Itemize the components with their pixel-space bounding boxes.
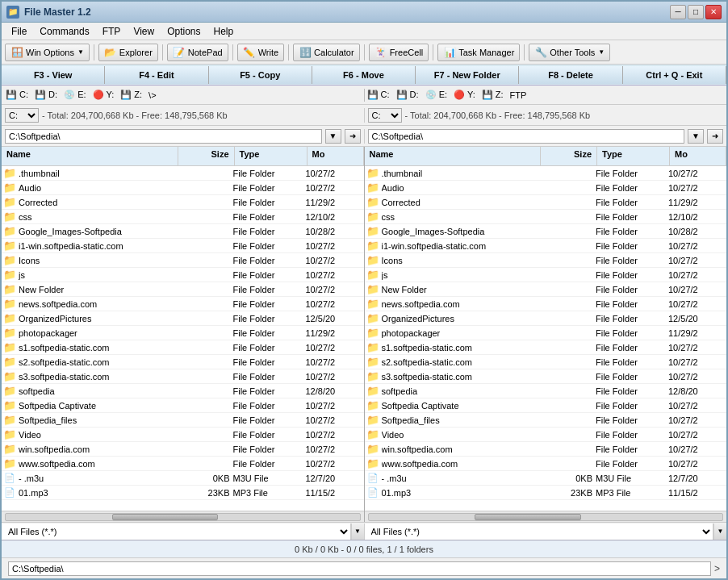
list-item[interactable]: 📁news.softpedia.comFile Folder10/27/2 xyxy=(2,297,364,311)
list-item[interactable]: 📁s1.softpedia-static.comFile Folder10/27… xyxy=(2,340,364,355)
list-item[interactable]: 📁Softpedia_filesFile Folder10/27/2 xyxy=(2,413,364,428)
left-drive-y[interactable]: 🔴 Y: xyxy=(90,89,117,101)
menu-commands[interactable]: Commands xyxy=(33,24,95,39)
left-drive-z[interactable]: 💾 Z: xyxy=(118,89,144,101)
list-item[interactable]: 📁OrganizedPicturesFile Folder12/5/20 xyxy=(365,311,727,326)
list-item[interactable]: 📁www.softpedia.comFile Folder10/27/2 xyxy=(365,457,727,471)
ctrl-q-button[interactable]: Ctrl + Q - Exit xyxy=(623,66,726,84)
list-item[interactable]: 📁Softpedia CaptivateFile Folder10/27/2 xyxy=(2,398,364,413)
close-button[interactable]: ✕ xyxy=(705,5,722,19)
f3-button[interactable]: F3 - View xyxy=(2,66,105,84)
left-col-mod-header[interactable]: Mo xyxy=(308,147,364,165)
menu-file[interactable]: File xyxy=(5,24,33,39)
left-scroll-track[interactable] xyxy=(5,513,361,521)
list-item[interactable]: 📁i1-win.softpedia-static.comFile Folder1… xyxy=(365,239,727,253)
f4-button[interactable]: F4 - Edit xyxy=(105,66,208,84)
left-file-list[interactable]: 📁.thumbnailFile Folder10/27/2📁AudioFile … xyxy=(2,166,364,511)
maximize-button[interactable]: □ xyxy=(688,5,704,19)
right-drive-ftp[interactable]: FTP xyxy=(508,90,529,101)
left-path-input[interactable] xyxy=(5,129,322,144)
right-file-list[interactable]: 📁.thumbnailFile Folder10/27/2📁AudioFile … xyxy=(365,166,727,511)
f7-button[interactable]: F7 - New Folder xyxy=(416,66,519,84)
right-path-browse-button[interactable]: ▼ xyxy=(688,129,704,144)
list-item[interactable]: 📁jsFile Folder10/27/2 xyxy=(365,268,727,282)
list-item[interactable]: 📁softpediaFile Folder12/8/20 xyxy=(2,384,364,398)
right-scrollbar[interactable] xyxy=(365,511,727,522)
list-item[interactable]: 📁win.softpedia.comFile Folder10/27/2 xyxy=(365,442,727,457)
list-item[interactable]: 📁cssFile Folder12/10/2 xyxy=(2,210,364,224)
f8-button[interactable]: F8 - Delete xyxy=(519,66,622,84)
list-item[interactable]: 📁Google_Images-SoftpediaFile Folder10/28… xyxy=(365,224,727,239)
left-drive-c[interactable]: 💾 C: xyxy=(3,89,31,101)
right-scroll-thumb[interactable] xyxy=(475,514,581,520)
right-drive-d[interactable]: 💾 D: xyxy=(394,89,421,101)
list-item[interactable]: 📁softpediaFile Folder12/8/20 xyxy=(365,384,727,398)
right-scroll-track[interactable] xyxy=(368,513,724,521)
list-item[interactable]: 📁IconsFile Folder10/27/2 xyxy=(2,253,364,268)
left-filter-select[interactable]: All Files (*.*) xyxy=(2,524,351,540)
list-item[interactable]: 📁news.softpedia.comFile Folder10/27/2 xyxy=(365,297,727,311)
right-drive-z[interactable]: 💾 Z: xyxy=(479,89,506,101)
right-col-mod-header[interactable]: Mo xyxy=(670,147,726,165)
right-filter-select[interactable]: All Files (*.*) xyxy=(365,524,714,540)
write-button[interactable]: ✏️ Write xyxy=(237,44,284,61)
list-item[interactable]: 📁i1-win.softpedia-static.comFile Folder1… xyxy=(2,239,364,253)
f5-button[interactable]: F5 - Copy xyxy=(209,66,312,84)
left-drive-d[interactable]: 💾 D: xyxy=(32,89,60,101)
menu-ftp[interactable]: FTP xyxy=(96,24,128,39)
win-options-button[interactable]: 🪟 Win Options ▼ xyxy=(5,44,90,61)
left-filter-arrow[interactable]: ▼ xyxy=(351,524,364,540)
right-drive-c[interactable]: 💾 C: xyxy=(365,89,392,101)
calculator-button[interactable]: 🔢 Calculator xyxy=(293,44,360,61)
left-col-name-header[interactable]: Name xyxy=(2,147,178,165)
list-item[interactable]: 📁photopackagerFile Folder11/29/2 xyxy=(365,326,727,340)
command-input[interactable] xyxy=(8,561,711,576)
right-path-go-button[interactable]: ➜ xyxy=(707,129,723,144)
list-item[interactable]: 📁New FolderFile Folder10/27/2 xyxy=(365,282,727,297)
list-item[interactable]: 📄- .m3u0KBM3U File12/7/20 xyxy=(365,471,727,486)
right-filter-arrow[interactable]: ▼ xyxy=(713,524,726,540)
list-item[interactable]: 📁OrganizedPicturesFile Folder12/5/20 xyxy=(2,311,364,326)
menu-help[interactable]: Help xyxy=(207,24,241,39)
f6-button[interactable]: F6 - Move xyxy=(312,66,416,84)
left-scrollbar[interactable] xyxy=(2,511,364,522)
list-item[interactable]: 📁.thumbnailFile Folder10/27/2 xyxy=(2,166,364,181)
freecell-button[interactable]: 🃏 FreeCell xyxy=(369,44,429,61)
list-item[interactable]: 📁AudioFile Folder10/27/2 xyxy=(365,181,727,195)
list-item[interactable]: 📁s1.softpedia-static.comFile Folder10/27… xyxy=(365,340,727,355)
list-item[interactable]: 📁www.softpedia.comFile Folder10/27/2 xyxy=(2,457,364,471)
right-col-type-header[interactable]: Type xyxy=(597,147,670,165)
list-item[interactable]: 📁win.softpedia.comFile Folder10/27/2 xyxy=(2,442,364,457)
list-item[interactable]: 📁s2.softpedia-static.comFile Folder10/27… xyxy=(2,355,364,369)
list-item[interactable]: 📁s2.softpedia-static.comFile Folder10/27… xyxy=(365,355,727,369)
right-path-input[interactable] xyxy=(368,129,685,144)
left-path-go-button[interactable]: ➜ xyxy=(345,129,361,144)
list-item[interactable]: 📄01.mp323KBMP3 File11/15/2 xyxy=(2,486,364,500)
list-item[interactable]: 📁cssFile Folder12/10/2 xyxy=(365,210,727,224)
left-scroll-thumb[interactable] xyxy=(112,514,219,520)
menu-options[interactable]: Options xyxy=(161,24,207,39)
left-col-type-header[interactable]: Type xyxy=(235,147,308,165)
left-drive-path[interactable]: \> xyxy=(146,90,158,101)
list-item[interactable]: 📁Softpedia_filesFile Folder10/27/2 xyxy=(365,413,727,428)
minimize-button[interactable]: ─ xyxy=(670,5,686,19)
list-item[interactable]: 📁photopackagerFile Folder11/29/2 xyxy=(2,326,364,340)
menu-view[interactable]: View xyxy=(127,24,161,39)
explorer-button[interactable]: 📂 Explorer xyxy=(98,44,158,61)
right-drive-e[interactable]: 💿 E: xyxy=(423,89,450,101)
list-item[interactable]: 📁CorrectedFile Folder11/29/2 xyxy=(2,195,364,210)
list-item[interactable]: 📁VideoFile Folder10/27/2 xyxy=(365,428,727,442)
list-item[interactable]: 📁New FolderFile Folder10/27/2 xyxy=(2,282,364,297)
list-item[interactable]: 📁AudioFile Folder10/27/2 xyxy=(2,181,364,195)
list-item[interactable]: 📁Softpedia CaptivateFile Folder10/27/2 xyxy=(365,398,727,413)
left-drive-select[interactable]: C: xyxy=(5,108,39,123)
list-item[interactable]: 📁jsFile Folder10/27/2 xyxy=(2,268,364,282)
list-item[interactable]: 📁VideoFile Folder10/27/2 xyxy=(2,428,364,442)
list-item[interactable]: 📁CorrectedFile Folder11/29/2 xyxy=(365,195,727,210)
left-col-size-header[interactable]: Size xyxy=(178,147,235,165)
list-item[interactable]: 📁s3.softpedia-static.comFile Folder10/27… xyxy=(365,369,727,384)
right-drive-y[interactable]: 🔴 Y: xyxy=(451,89,478,101)
right-col-size-header[interactable]: Size xyxy=(541,147,597,165)
list-item[interactable]: 📁Google_Images-SoftpediaFile Folder10/28… xyxy=(2,224,364,239)
right-drive-select[interactable]: C: xyxy=(368,108,402,123)
